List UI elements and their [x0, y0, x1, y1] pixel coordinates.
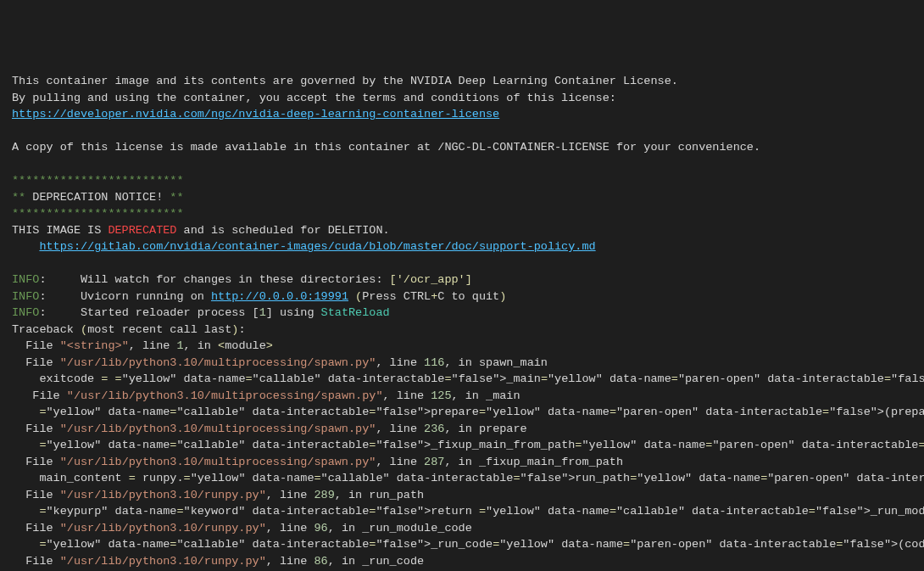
equals: = [39, 505, 46, 518]
file-label: File [25, 456, 60, 468]
uvicorn-url-link[interactable]: http://0.0.0.0:19991 [211, 290, 348, 303]
line-label: , line [266, 522, 314, 535]
line-label: , line [266, 555, 314, 568]
func-name: spawn_main [479, 356, 548, 369]
deprecation-policy-link[interactable]: https://gitlab.com/nvidia/container-imag… [39, 240, 595, 253]
license-copy-note: A copy of this license is made available… [12, 141, 760, 154]
line-number: 96 [314, 522, 327, 535]
deprecation-stars-left: ** [12, 191, 32, 204]
line-label: , line [376, 423, 424, 435]
line-number: 1 [176, 339, 183, 352]
in-label: , in [444, 423, 479, 435]
func-name: prepare [479, 423, 527, 435]
in-label: , in [328, 555, 363, 568]
line-label: , line [129, 339, 177, 352]
in-label: , in [452, 389, 487, 402]
equals: = [760, 472, 767, 484]
angle-close: > [266, 339, 273, 352]
code-line: exitcode = ="yellow" data-name="callable… [39, 372, 540, 385]
equals: = [479, 505, 486, 518]
info-colon: : [39, 273, 46, 286]
equals: = [541, 372, 548, 385]
license-line-2: By pulling and using the container, you … [12, 92, 616, 104]
info-label: INFO [12, 306, 39, 319]
uvicorn-press-text: Press CTRL [362, 290, 431, 303]
equals: = [369, 505, 376, 518]
func-name: _run_code [362, 555, 424, 568]
traceback-word: Traceback [12, 323, 81, 336]
file-label: File [25, 555, 60, 568]
equals: = [575, 439, 582, 451]
equals: = [39, 538, 46, 551]
file-label: File [25, 339, 60, 352]
equals: = [623, 538, 630, 551]
file-path: "<string>" [60, 339, 129, 352]
equals: = [884, 372, 891, 385]
equals: = [836, 538, 843, 551]
equals: = [39, 439, 46, 451]
in-label: , in [328, 522, 363, 535]
equals: = [822, 406, 829, 418]
code-line: ="keypurp" data-name="keyword" data-inte… [39, 505, 471, 518]
equals: = [101, 372, 108, 385]
file-path: "/usr/lib/python3.10/multiprocessing/spa… [60, 423, 376, 435]
code-line: ="yellow" data-name="callable" data-inte… [39, 406, 479, 418]
equals: = [918, 439, 924, 451]
file-label: File [32, 389, 67, 402]
paren-close: ) [499, 290, 506, 303]
tb-paren-open: ( [81, 323, 87, 336]
in-label: , in [444, 456, 479, 468]
info-label: INFO [12, 290, 39, 303]
license-line-1: This container image and its contents ar… [12, 75, 678, 87]
info-reloader-mid: ] using [266, 306, 321, 319]
file-path: "/usr/lib/python3.10/runpy.py" [60, 489, 266, 501]
equals: = [513, 472, 520, 484]
line-number: 116 [424, 356, 444, 369]
file-label: File [25, 522, 60, 535]
equals: = [184, 472, 191, 484]
equals: = [115, 372, 122, 385]
equals: = [170, 406, 176, 418]
file-path: "/usr/lib/python3.10/multiprocessing/spa… [60, 456, 376, 468]
tb-colon: : [238, 323, 245, 336]
equals: = [705, 439, 712, 451]
deprecation-stars-right: ** [163, 191, 183, 204]
file-path: "/usr/lib/python3.10/multiprocessing/spa… [67, 389, 383, 402]
equals: = [369, 439, 376, 451]
deprecation-stars-bottom: ************************* [12, 207, 184, 220]
line-number: 289 [314, 489, 334, 501]
deprecation-stars-top: ************************* [12, 174, 184, 187]
func-name: _fixup_main_from_path [479, 456, 623, 468]
info-colon: : [39, 290, 46, 303]
equals: = [444, 372, 451, 385]
equals: = [493, 538, 499, 551]
equals: = [479, 406, 486, 418]
deprecation-notice-label: DEPRECATION NOTICE! [32, 191, 163, 204]
func-name: run_path [369, 489, 424, 501]
file-label: File [25, 423, 60, 435]
file-path: "/usr/lib/python3.10/runpy.py" [60, 522, 266, 535]
equals: = [369, 538, 376, 551]
equals: = [170, 439, 176, 451]
func-name: _run_module_code [362, 522, 472, 535]
line-label: , line [266, 489, 314, 501]
in-label: , in [184, 339, 219, 352]
equals: = [39, 406, 46, 418]
code-line: ="yellow" data-name="callable" data-inte… [39, 439, 575, 451]
equals: = [610, 406, 616, 418]
func-name: _main [486, 389, 520, 402]
func-name: module [225, 339, 266, 352]
license-url-link[interactable]: https://developer.nvidia.com/ngc/nvidia-… [12, 108, 499, 120]
line-number: 287 [424, 456, 444, 468]
equals: = [129, 472, 136, 484]
line-label: , line [376, 356, 424, 369]
reloader-pid: 1 [259, 306, 266, 319]
in-label: , in [444, 356, 479, 369]
equals: = [176, 505, 183, 518]
file-label: File [25, 489, 60, 501]
equals: = [671, 372, 678, 385]
info-watch-dirs: ['/ocr_app'] [390, 273, 472, 286]
info-watch-prefix: Will watch for changes in these director… [47, 273, 390, 286]
terminal-output: This container image and its contents ar… [12, 73, 912, 571]
file-path: "/usr/lib/python3.10/runpy.py" [60, 555, 266, 568]
